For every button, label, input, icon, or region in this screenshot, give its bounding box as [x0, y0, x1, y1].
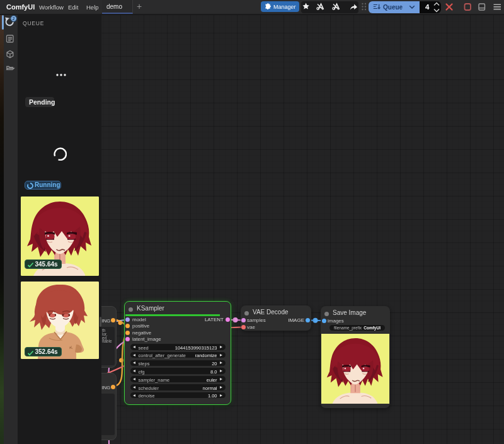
svg-text:2: 2 — [13, 16, 15, 21]
